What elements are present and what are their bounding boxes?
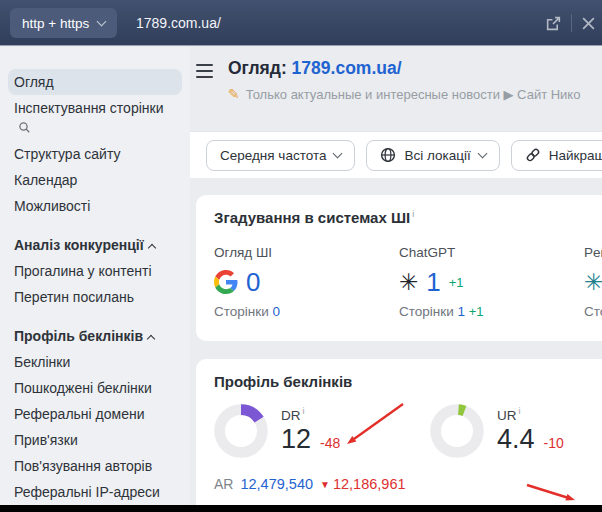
ur-group: URi 4.4 -10 — [430, 404, 564, 458]
sidebar-item-label: Реферальні IP-адреси — [14, 484, 160, 500]
openai-icon: ✳ — [399, 271, 418, 294]
rating-donuts-row: DRi 12 -48 URi 4.4 — [214, 404, 592, 468]
ai-col-chatgpt: ChatGPT ✳ 1 +1 Сторінки 1 +1 — [399, 245, 584, 319]
target-url-value: 1789.com.ua/ — [136, 15, 221, 31]
external-link-icon[interactable] — [545, 15, 562, 32]
sidebar-item-label: Структура сайту — [14, 146, 120, 162]
frequency-filter-label: Середня частота — [220, 148, 326, 163]
chatgpt-delta: +1 — [449, 275, 464, 290]
sidebar-item-label: Календар — [14, 172, 77, 188]
pages-count[interactable]: 1 — [457, 304, 465, 319]
main-header: Огляд: 1789.com.ua/ ✎Только актуальные и… — [190, 47, 602, 131]
app-window: http + https 1789.com.ua/ Огляд Інспекту… — [0, 0, 602, 512]
topbar-actions — [545, 0, 596, 46]
ar-delta-value: 12,186,961 — [333, 476, 406, 492]
sidebar-item-content-gap[interactable]: Прогалина у контенті — [0, 258, 190, 284]
sidebar-item-overview[interactable]: Огляд — [8, 69, 182, 95]
info-icon[interactable]: i — [519, 406, 521, 416]
page-title-domain-link[interactable]: 1789.com.ua/ — [292, 58, 402, 78]
pages-label: Сторінки — [214, 304, 269, 319]
ai-col-name: Perplexity — [584, 245, 602, 260]
ai-pages-row: Сторінки — [584, 304, 602, 319]
dr-label: DRi — [281, 406, 340, 423]
pages-label: Сторінки — [399, 304, 454, 319]
page-subtitle: ✎Только актуальные и интересные новости … — [228, 86, 580, 102]
locations-filter-label: Всі локації — [404, 148, 470, 163]
ur-value: 4.4 — [497, 426, 535, 453]
pages-count[interactable]: 0 — [272, 304, 280, 319]
ur-donut-chart — [430, 404, 484, 458]
globe-icon — [380, 147, 396, 163]
ai-mentions-card: Згадування в системах ШІi Огляд ШІ 0 — [196, 195, 602, 341]
chevron-up-icon — [147, 244, 155, 252]
ai-card-title-text: Згадування в системах ШІ — [214, 209, 410, 226]
sidebar-item-author-linking[interactable]: Пов'язування авторів — [0, 453, 190, 479]
dr-donut-chart — [214, 404, 268, 458]
locations-filter-button[interactable]: Всі локації — [366, 140, 499, 171]
sidebar-item-referring-domains[interactable]: Реферальні домени — [0, 401, 190, 427]
best-links-button[interactable]: Найкращі — [511, 140, 602, 171]
protocol-dropdown[interactable]: http + https — [10, 8, 117, 38]
sidebar-item-label: Пошкоджені беклінки — [14, 380, 152, 396]
sidebar-item-label: Інспектування сторінки — [14, 100, 163, 116]
page-title-prefix: Огляд: — [228, 58, 287, 78]
ar-label: AR — [214, 476, 233, 492]
top-bar: http + https 1789.com.ua/ — [0, 0, 602, 46]
ai-pages-row: Сторінки 0 — [214, 304, 399, 319]
sidebar-item-site-structure[interactable]: Структура сайту — [0, 141, 190, 167]
ai-col-name: ChatGPT — [399, 245, 584, 260]
sidebar-item-link-intersect[interactable]: Перетин посилань — [0, 284, 190, 310]
chatgpt-count: 1 — [426, 267, 440, 298]
ar-down-triangle-icon: ▼ — [320, 479, 330, 490]
dr-delta: -48 — [320, 435, 340, 453]
page-title: Огляд: 1789.com.ua/ — [228, 58, 402, 79]
sidebar-item-backlinks[interactable]: Беклінки — [0, 349, 190, 375]
sidebar-item-label: Можливості — [14, 198, 90, 214]
sidebar-item-label: Пов'язування авторів — [14, 458, 152, 474]
best-links-label: Найкращі — [549, 148, 602, 163]
target-url-input[interactable]: 1789.com.ua/ — [136, 0, 221, 46]
close-icon[interactable] — [581, 16, 596, 31]
info-icon[interactable]: i — [303, 406, 305, 416]
dr-group: DRi 12 -48 — [214, 404, 340, 458]
sidebar-item-label: Реферальні домени — [14, 406, 145, 422]
sidebar-item-label: Огляд — [14, 74, 54, 90]
pages-delta: +1 — [469, 304, 484, 319]
sidebar-nav: Огляд Інспектування сторінки Структура с… — [0, 47, 190, 512]
ai-card-title: Згадування в системах ШІi — [214, 209, 592, 226]
ai-col-perplexity: Perplexity ✳ Сторінки — [584, 245, 602, 319]
ai-overview-count: 0 — [246, 267, 260, 298]
sidebar-item-page-inspect[interactable]: Інспектування сторінки — [0, 95, 190, 141]
chevron-down-icon — [333, 149, 343, 159]
link-icon — [525, 147, 541, 163]
ai-pages-row: Сторінки 1 +1 — [399, 304, 584, 319]
sidebar-section-label: Профіль беклінків — [14, 328, 143, 344]
backlink-profile-card: Профіль беклінків DRi 12 -48 — [196, 359, 602, 512]
google-g-icon — [214, 270, 238, 294]
perplexity-icon: ✳ — [584, 271, 602, 294]
sidebar-section-competitive-analysis[interactable]: Аналіз конкуренції — [0, 232, 190, 258]
ai-columns: Огляд ШІ 0 Сторінки 0 — [214, 245, 592, 319]
backlink-card-title: Профіль беклінків — [214, 373, 592, 390]
ar-value[interactable]: 12,479,540 — [240, 476, 313, 492]
menu-icon[interactable] — [196, 64, 213, 81]
sidebar-item-label: Прогалина у контенті — [14, 263, 152, 279]
pencil-emoji-icon: ✎ — [228, 86, 240, 102]
chevron-up-icon — [147, 335, 155, 343]
sidebar-item-label: Прив'язки — [14, 432, 78, 448]
chevron-down-icon — [97, 17, 107, 27]
frequency-filter-button[interactable]: Середня частота — [206, 140, 355, 171]
main-content: Огляд: 1789.com.ua/ ✎Только актуальные и… — [190, 47, 602, 512]
sidebar-item-broken-backlinks[interactable]: Пошкоджені беклінки — [0, 375, 190, 401]
ur-delta: -10 — [544, 435, 564, 453]
sidebar-section-backlink-profile[interactable]: Профіль беклінків — [0, 323, 190, 349]
ai-col-name: Огляд ШІ — [214, 245, 399, 260]
sidebar-item-opportunities[interactable]: Можливості — [0, 193, 190, 219]
info-icon[interactable]: i — [412, 209, 414, 219]
ur-label: URi — [497, 406, 564, 423]
chevron-down-icon — [477, 149, 487, 159]
sidebar-item-anchors[interactable]: Прив'язки — [0, 427, 190, 453]
protocol-dropdown-label: http + https — [22, 16, 89, 31]
sidebar-item-calendar[interactable]: Календар — [0, 167, 190, 193]
sidebar-item-referring-ips[interactable]: Реферальні IP-адреси — [0, 479, 190, 505]
